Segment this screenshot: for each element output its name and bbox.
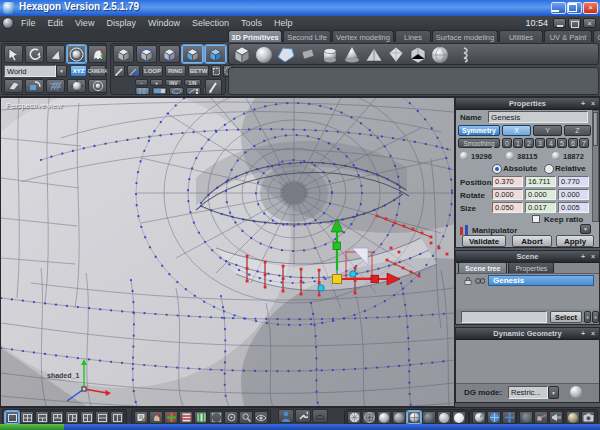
smoothing-0[interactable]: 0 — [502, 138, 512, 148]
child-minimize-button[interactable] — [553, 18, 566, 28]
symmetry-y-button[interactable]: Y — [533, 125, 562, 136]
pie-sphere-button[interactable] — [472, 411, 486, 424]
smooth-wire-sphere-button[interactable] — [407, 411, 421, 424]
primitive-cone-button[interactable] — [345, 47, 359, 63]
primitive-sphere-button[interactable] — [256, 47, 272, 63]
one-over-n-button[interactable]: 1/N — [184, 79, 201, 86]
grid-plane-button[interactable] — [46, 79, 65, 93]
world-select-arrow[interactable]: ▼ — [56, 65, 67, 77]
depth-handle-2[interactable] — [350, 271, 356, 277]
maximize-button[interactable] — [567, 2, 582, 14]
loop-button[interactable]: LOOP — [142, 65, 163, 77]
object-mode-button[interactable] — [113, 45, 134, 63]
scrollbar-thumb[interactable] — [593, 112, 598, 146]
red-grid-button[interactable] — [179, 411, 193, 424]
gradient-sphere-button[interactable] — [437, 411, 451, 424]
ghost-mode-button[interactable] — [88, 45, 107, 63]
smoothing-button[interactable]: Smoothing — [458, 138, 500, 148]
menu-view[interactable]: View — [69, 16, 100, 30]
collapse-icon[interactable]: + — [579, 330, 587, 338]
primitive-cylinder-button[interactable] — [324, 49, 336, 63]
move-axes-button[interactable] — [502, 411, 516, 424]
center-handle[interactable] — [333, 275, 342, 284]
layout-single-button[interactable] — [5, 411, 19, 424]
primitive-diamond-button[interactable] — [389, 47, 403, 62]
smooth-sphere-button[interactable] — [377, 411, 391, 424]
zoom-button[interactable] — [239, 411, 253, 424]
smoothing-7[interactable]: 7 — [579, 138, 589, 148]
primitive-geosphere-button[interactable] — [432, 47, 448, 63]
abort-button[interactable]: Abort — [512, 235, 552, 247]
wire-sphere-button[interactable] — [362, 411, 376, 424]
layout-two-bottom-button[interactable] — [35, 411, 49, 424]
smoothing-2[interactable]: 2 — [524, 138, 534, 148]
position-y-input[interactable]: 16.711 — [525, 176, 556, 187]
dg-mode-select[interactable]: Restric... — [508, 386, 548, 399]
flat-sphere-button[interactable] — [392, 411, 406, 424]
layout-two-one-button[interactable] — [80, 411, 94, 424]
rotate-x-input[interactable]: 0.000 — [492, 189, 523, 200]
select-button[interactable]: Select — [550, 311, 582, 323]
primitive-pyramid-button[interactable] — [366, 48, 382, 61]
minimize-button[interactable] — [551, 2, 566, 14]
material-sphere-button[interactable] — [566, 411, 580, 424]
camera-snapshot-button[interactable] — [581, 411, 595, 424]
white-sphere-button[interactable] — [452, 411, 466, 424]
avatar-button[interactable] — [278, 409, 294, 423]
keep-ratio-checkbox[interactable] — [532, 215, 540, 223]
scene-next-button[interactable]: ▼ — [592, 311, 599, 323]
smoothing-6[interactable]: 6 — [568, 138, 578, 148]
apply-button[interactable]: Apply — [556, 235, 594, 247]
select-grid-button[interactable] — [135, 87, 150, 95]
collapse-icon[interactable]: + — [579, 100, 587, 108]
edit-note-button[interactable] — [134, 411, 148, 424]
shrink-selection-button[interactable]: - — [135, 79, 148, 86]
symmetry-x-button[interactable]: X — [502, 125, 531, 136]
rect-select-button[interactable] — [211, 65, 221, 77]
clay-brush-button[interactable] — [312, 409, 328, 423]
primitive-facet-button[interactable] — [278, 48, 294, 62]
grow-selection-button[interactable]: + — [150, 79, 163, 86]
dg-panel-header[interactable]: Dynamic Geometry + × — [456, 328, 599, 340]
menu-display[interactable]: Display — [100, 16, 142, 30]
gear-sphere-button[interactable] — [67, 79, 86, 93]
select-face-strip-button[interactable] — [152, 87, 167, 95]
child-close-button[interactable]: × — [583, 18, 596, 28]
layout-two-top-button[interactable] — [50, 411, 64, 424]
properties-scrollbar[interactable] — [592, 110, 599, 222]
symmetry-z-button[interactable]: Z — [564, 125, 591, 136]
position-z-input[interactable]: 0.770 — [558, 176, 589, 187]
smoothing-5[interactable]: 5 — [557, 138, 567, 148]
dark-sphere-button[interactable] — [422, 411, 436, 424]
vertex-mode-button[interactable] — [136, 45, 157, 63]
extrude-box-button[interactable] — [534, 411, 548, 424]
validate-button[interactable]: Validate — [462, 235, 506, 247]
close-panel-icon[interactable]: × — [589, 253, 597, 261]
size-z-input[interactable]: 0.005 — [558, 202, 589, 213]
depth-handle[interactable] — [318, 285, 324, 291]
symmetry-button[interactable]: Symmetry — [458, 125, 500, 136]
viewport-3d[interactable]: Perspective view shaded_1 — [0, 97, 455, 407]
scene-prev-button[interactable]: ▼ — [584, 311, 591, 323]
manipulator-dropdown[interactable]: ▼ — [580, 224, 591, 234]
xyz-toggle[interactable]: XYZ — [70, 65, 87, 77]
edge-mode-button[interactable] — [159, 45, 180, 63]
relative-radio[interactable] — [544, 164, 554, 174]
lock-icon[interactable] — [464, 277, 472, 285]
dg-mode-arrow[interactable]: ▼ — [548, 386, 559, 399]
betw-button[interactable]: BETW — [188, 65, 209, 77]
layout-v-split-button[interactable] — [110, 411, 124, 424]
scene-tree-item-genesis[interactable]: Genesis — [488, 275, 594, 286]
rotate-y-input[interactable]: 0.000 — [525, 189, 556, 200]
smoothing-4[interactable]: 4 — [546, 138, 556, 148]
orbit-tool-button[interactable] — [25, 45, 44, 63]
uv-sphere-button[interactable] — [487, 411, 501, 424]
name-input[interactable]: Genesis — [488, 111, 588, 123]
visibility-icon[interactable] — [475, 277, 485, 285]
uv-grid-button[interactable] — [164, 411, 178, 424]
wire-grid-sphere-button[interactable] — [347, 411, 361, 424]
primitive-dodecahedron-button[interactable] — [411, 47, 425, 63]
close-panel-icon[interactable]: × — [589, 330, 597, 338]
scene-search-input[interactable] — [461, 311, 547, 323]
arrow-tool-button[interactable] — [4, 45, 23, 63]
